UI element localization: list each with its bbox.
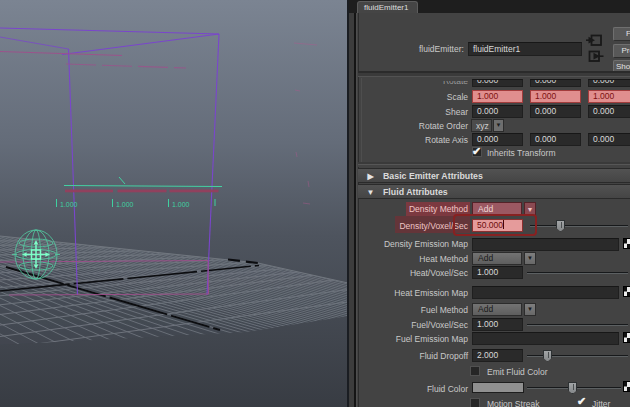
svg-text:1.000: 1.000 [60,201,78,208]
svg-text:1.000: 1.000 [116,201,134,208]
svg-text:1.000: 1.000 [172,201,190,208]
